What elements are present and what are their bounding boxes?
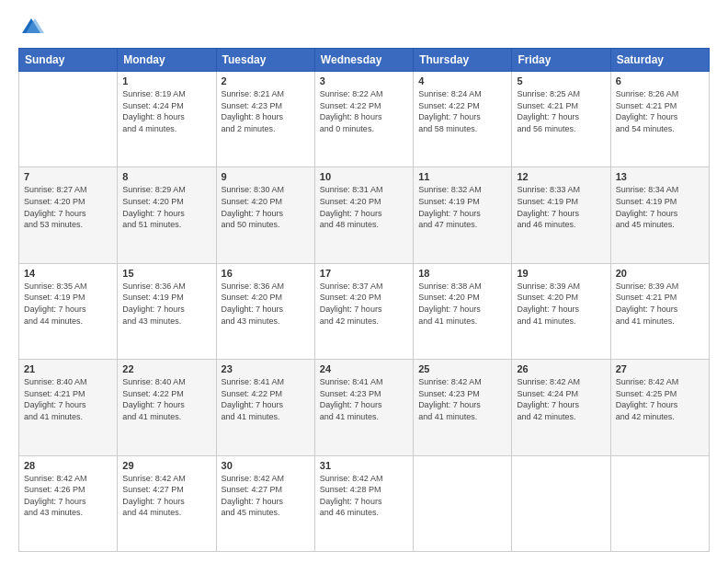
day-cell: 13Sunrise: 8:34 AM Sunset: 4:19 PM Dayli…: [610, 167, 709, 263]
day-info: Sunrise: 8:26 AM Sunset: 4:21 PM Dayligh…: [616, 88, 704, 134]
day-info: Sunrise: 8:24 AM Sunset: 4:22 PM Dayligh…: [418, 88, 506, 134]
day-number: 24: [320, 363, 408, 374]
day-cell: [19, 72, 118, 167]
header-cell-friday: Friday: [512, 49, 610, 72]
header: [18, 15, 710, 40]
day-number: 2: [222, 75, 310, 86]
day-info: Sunrise: 8:36 AM Sunset: 4:19 PM Dayligh…: [122, 281, 210, 327]
day-number: 27: [616, 363, 704, 374]
day-info: Sunrise: 8:32 AM Sunset: 4:19 PM Dayligh…: [418, 184, 506, 230]
day-number: 9: [222, 171, 310, 182]
header-cell-wednesday: Wednesday: [314, 49, 413, 72]
day-number: 3: [320, 75, 408, 86]
day-cell: 19Sunrise: 8:39 AM Sunset: 4:20 PM Dayli…: [512, 263, 610, 359]
day-cell: 26Sunrise: 8:42 AM Sunset: 4:24 PM Dayli…: [512, 360, 610, 455]
day-cell: 11Sunrise: 8:32 AM Sunset: 4:19 PM Dayli…: [414, 167, 512, 263]
header-cell-thursday: Thursday: [414, 49, 512, 72]
day-cell: 9Sunrise: 8:30 AM Sunset: 4:20 PM Daylig…: [216, 167, 314, 263]
day-number: 8: [122, 171, 210, 182]
day-info: Sunrise: 8:30 AM Sunset: 4:20 PM Dayligh…: [222, 184, 310, 230]
day-number: 20: [616, 268, 704, 279]
header-row: SundayMondayTuesdayWednesdayThursdayFrid…: [19, 49, 710, 72]
day-info: Sunrise: 8:38 AM Sunset: 4:20 PM Dayligh…: [418, 281, 506, 327]
day-number: 11: [418, 171, 506, 182]
week-row-4: 21Sunrise: 8:40 AM Sunset: 4:21 PM Dayli…: [19, 360, 710, 455]
week-row-3: 14Sunrise: 8:35 AM Sunset: 4:19 PM Dayli…: [19, 263, 710, 359]
page: SundayMondayTuesdayWednesdayThursdayFrid…: [0, 0, 728, 563]
day-info: Sunrise: 8:39 AM Sunset: 4:20 PM Dayligh…: [517, 281, 605, 327]
logo-icon: [18, 15, 44, 40]
calendar-body: 1Sunrise: 8:19 AM Sunset: 4:24 PM Daylig…: [19, 72, 710, 552]
day-cell: 7Sunrise: 8:27 AM Sunset: 4:20 PM Daylig…: [19, 167, 118, 263]
day-number: 1: [122, 75, 210, 86]
day-number: 12: [517, 171, 605, 182]
day-info: Sunrise: 8:27 AM Sunset: 4:20 PM Dayligh…: [24, 184, 112, 230]
day-cell: 2Sunrise: 8:21 AM Sunset: 4:23 PM Daylig…: [216, 72, 314, 167]
day-info: Sunrise: 8:29 AM Sunset: 4:20 PM Dayligh…: [122, 184, 210, 230]
day-number: 31: [320, 460, 408, 471]
week-row-5: 28Sunrise: 8:42 AM Sunset: 4:26 PM Dayli…: [19, 455, 710, 551]
day-info: Sunrise: 8:33 AM Sunset: 4:19 PM Dayligh…: [517, 184, 605, 230]
day-number: 19: [517, 268, 605, 279]
day-cell: 28Sunrise: 8:42 AM Sunset: 4:26 PM Dayli…: [19, 455, 118, 551]
day-cell: 23Sunrise: 8:41 AM Sunset: 4:22 PM Dayli…: [216, 360, 314, 455]
day-info: Sunrise: 8:36 AM Sunset: 4:20 PM Dayligh…: [222, 281, 310, 327]
day-number: 10: [320, 171, 408, 182]
day-number: 7: [24, 171, 112, 182]
day-cell: 10Sunrise: 8:31 AM Sunset: 4:20 PM Dayli…: [314, 167, 413, 263]
day-number: 23: [222, 363, 310, 374]
day-cell: 24Sunrise: 8:41 AM Sunset: 4:23 PM Dayli…: [314, 360, 413, 455]
day-cell: 27Sunrise: 8:42 AM Sunset: 4:25 PM Dayli…: [610, 360, 709, 455]
day-number: 5: [517, 75, 605, 86]
header-cell-monday: Monday: [118, 49, 216, 72]
day-info: Sunrise: 8:39 AM Sunset: 4:21 PM Dayligh…: [616, 281, 704, 327]
header-cell-saturday: Saturday: [610, 49, 709, 72]
week-row-1: 1Sunrise: 8:19 AM Sunset: 4:24 PM Daylig…: [19, 72, 710, 167]
day-number: 14: [24, 268, 112, 279]
day-number: 30: [222, 460, 310, 471]
day-cell: 1Sunrise: 8:19 AM Sunset: 4:24 PM Daylig…: [118, 72, 216, 167]
day-cell: 31Sunrise: 8:42 AM Sunset: 4:28 PM Dayli…: [314, 455, 413, 551]
day-info: Sunrise: 8:22 AM Sunset: 4:22 PM Dayligh…: [320, 88, 408, 134]
day-info: Sunrise: 8:42 AM Sunset: 4:25 PM Dayligh…: [616, 376, 704, 422]
day-number: 4: [418, 75, 506, 86]
day-cell: 8Sunrise: 8:29 AM Sunset: 4:20 PM Daylig…: [118, 167, 216, 263]
day-cell: 16Sunrise: 8:36 AM Sunset: 4:20 PM Dayli…: [216, 263, 314, 359]
day-number: 15: [122, 268, 210, 279]
day-cell: 29Sunrise: 8:42 AM Sunset: 4:27 PM Dayli…: [118, 455, 216, 551]
day-cell: 4Sunrise: 8:24 AM Sunset: 4:22 PM Daylig…: [414, 72, 512, 167]
day-cell: 21Sunrise: 8:40 AM Sunset: 4:21 PM Dayli…: [19, 360, 118, 455]
day-info: Sunrise: 8:31 AM Sunset: 4:20 PM Dayligh…: [320, 184, 408, 230]
day-info: Sunrise: 8:40 AM Sunset: 4:21 PM Dayligh…: [24, 376, 112, 422]
day-info: Sunrise: 8:41 AM Sunset: 4:23 PM Dayligh…: [320, 376, 408, 422]
calendar-header: SundayMondayTuesdayWednesdayThursdayFrid…: [19, 49, 710, 72]
day-cell: 6Sunrise: 8:26 AM Sunset: 4:21 PM Daylig…: [610, 72, 709, 167]
logo: [18, 15, 48, 40]
day-number: 25: [418, 363, 506, 374]
day-cell: 22Sunrise: 8:40 AM Sunset: 4:22 PM Dayli…: [118, 360, 216, 455]
header-cell-tuesday: Tuesday: [216, 49, 314, 72]
day-info: Sunrise: 8:42 AM Sunset: 4:27 PM Dayligh…: [222, 473, 310, 519]
week-row-2: 7Sunrise: 8:27 AM Sunset: 4:20 PM Daylig…: [19, 167, 710, 263]
day-cell: 17Sunrise: 8:37 AM Sunset: 4:20 PM Dayli…: [314, 263, 413, 359]
day-cell: 18Sunrise: 8:38 AM Sunset: 4:20 PM Dayli…: [414, 263, 512, 359]
day-info: Sunrise: 8:35 AM Sunset: 4:19 PM Dayligh…: [24, 281, 112, 327]
day-cell: 20Sunrise: 8:39 AM Sunset: 4:21 PM Dayli…: [610, 263, 709, 359]
day-info: Sunrise: 8:34 AM Sunset: 4:19 PM Dayligh…: [616, 184, 704, 230]
day-info: Sunrise: 8:25 AM Sunset: 4:21 PM Dayligh…: [517, 88, 605, 134]
day-cell: 14Sunrise: 8:35 AM Sunset: 4:19 PM Dayli…: [19, 263, 118, 359]
day-number: 17: [320, 268, 408, 279]
day-number: 16: [222, 268, 310, 279]
day-info: Sunrise: 8:42 AM Sunset: 4:28 PM Dayligh…: [320, 473, 408, 519]
day-cell: 25Sunrise: 8:42 AM Sunset: 4:23 PM Dayli…: [414, 360, 512, 455]
day-info: Sunrise: 8:42 AM Sunset: 4:24 PM Dayligh…: [517, 376, 605, 422]
day-cell: 15Sunrise: 8:36 AM Sunset: 4:19 PM Dayli…: [118, 263, 216, 359]
day-number: 22: [122, 363, 210, 374]
day-cell: 3Sunrise: 8:22 AM Sunset: 4:22 PM Daylig…: [314, 72, 413, 167]
day-cell: 12Sunrise: 8:33 AM Sunset: 4:19 PM Dayli…: [512, 167, 610, 263]
header-cell-sunday: Sunday: [19, 49, 118, 72]
day-number: 13: [616, 171, 704, 182]
day-number: 21: [24, 363, 112, 374]
day-info: Sunrise: 8:19 AM Sunset: 4:24 PM Dayligh…: [122, 88, 210, 134]
day-info: Sunrise: 8:42 AM Sunset: 4:23 PM Dayligh…: [418, 376, 506, 422]
